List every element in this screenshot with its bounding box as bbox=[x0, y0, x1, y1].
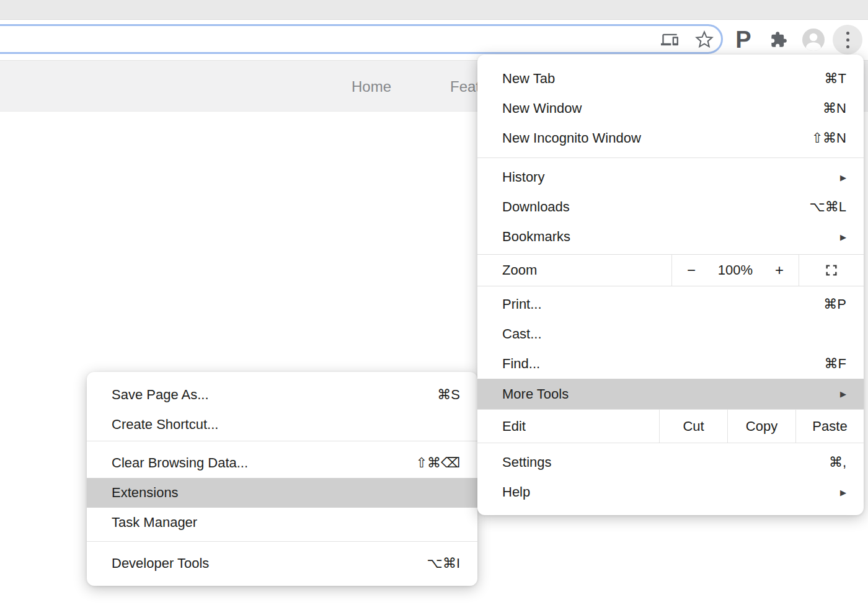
paste-button[interactable]: Paste bbox=[795, 410, 864, 443]
menu-item-new-tab[interactable]: New Tab ⌘T bbox=[477, 64, 864, 94]
menu-item-label: Settings bbox=[502, 454, 552, 470]
address-bar[interactable] bbox=[0, 24, 723, 54]
profile-avatar[interactable] bbox=[802, 29, 825, 51]
menu-item-shortcut: ⌘F bbox=[825, 356, 846, 372]
edit-row: Edit Cut Copy Paste bbox=[477, 409, 864, 443]
menu-item-create-shortcut[interactable]: Create Shortcut... bbox=[87, 410, 477, 439]
menu-item-shortcut: ⇧⌘N bbox=[812, 130, 846, 146]
menu-item-label: History bbox=[502, 169, 544, 185]
menu-item-label: Help bbox=[502, 484, 530, 500]
menu-item-new-incognito-window[interactable]: New Incognito Window ⇧⌘N bbox=[477, 123, 864, 153]
menu-item-label: Find... bbox=[502, 356, 540, 372]
submenu-arrow-icon: ▶ bbox=[840, 488, 846, 497]
menu-item-history[interactable]: History ▶ bbox=[477, 162, 864, 192]
more-tools-submenu: Save Page As... ⌘S Create Shortcut... Cl… bbox=[87, 372, 477, 586]
chrome-main-menu: New Tab ⌘T New Window ⌘N New Incognito W… bbox=[477, 55, 864, 515]
menu-divider bbox=[87, 441, 477, 441]
submenu-arrow-icon: ▶ bbox=[840, 232, 846, 242]
menu-item-label: Task Manager bbox=[112, 514, 197, 531]
menu-item-clear-browsing-data[interactable]: Clear Browsing Data... ⇧⌘⌫ bbox=[87, 448, 477, 478]
menu-item-shortcut: ⌥⌘L bbox=[809, 199, 846, 215]
submenu-arrow-icon: ▶ bbox=[840, 389, 846, 399]
menu-item-shortcut: ⌘S bbox=[437, 387, 460, 403]
nav-link-home[interactable]: Home bbox=[352, 78, 391, 95]
menu-item-more-tools[interactable]: More Tools ▶ bbox=[477, 379, 864, 409]
dot-icon bbox=[846, 32, 849, 35]
menu-item-task-manager[interactable]: Task Manager bbox=[87, 508, 477, 537]
menu-item-label: More Tools bbox=[502, 386, 569, 402]
menu-divider bbox=[87, 541, 477, 542]
menu-item-shortcut: ⇧⌘⌫ bbox=[415, 455, 460, 471]
zoom-level: 100% bbox=[718, 262, 753, 278]
menu-item-find[interactable]: Find... ⌘F bbox=[477, 349, 864, 379]
menu-item-label: Developer Tools bbox=[112, 555, 209, 572]
cut-button[interactable]: Cut bbox=[659, 410, 727, 443]
menu-item-shortcut: ⌘, bbox=[829, 454, 846, 470]
extensions-puzzle-icon[interactable] bbox=[769, 30, 789, 50]
submenu-arrow-icon: ▶ bbox=[840, 173, 846, 182]
menu-item-settings[interactable]: Settings ⌘, bbox=[477, 448, 864, 477]
menu-item-label: Print... bbox=[502, 296, 542, 312]
dot-icon bbox=[846, 38, 849, 42]
menu-item-save-page-as[interactable]: Save Page As... ⌘S bbox=[87, 380, 477, 410]
menu-divider bbox=[477, 157, 864, 158]
menu-item-print[interactable]: Print... ⌘P bbox=[477, 289, 864, 319]
tab-strip bbox=[0, 0, 868, 20]
menu-item-new-window[interactable]: New Window ⌘N bbox=[477, 94, 864, 123]
menu-item-label: Save Page As... bbox=[112, 387, 209, 403]
bookmark-star-icon[interactable] bbox=[693, 29, 715, 51]
menu-item-downloads[interactable]: Downloads ⌥⌘L bbox=[477, 192, 864, 222]
fullscreen-button[interactable] bbox=[799, 255, 864, 286]
zoom-controls: − 100% + bbox=[671, 255, 799, 286]
menu-item-label: Create Shortcut... bbox=[112, 417, 218, 433]
menu-item-label: Extensions bbox=[112, 485, 179, 501]
menu-item-label: Cast... bbox=[502, 326, 542, 342]
dot-icon bbox=[846, 45, 849, 48]
menu-item-extensions[interactable]: Extensions bbox=[87, 478, 477, 508]
extension-p-icon[interactable]: P bbox=[733, 25, 753, 55]
menu-item-help[interactable]: Help ▶ bbox=[477, 477, 864, 507]
menu-item-label: New Incognito Window bbox=[502, 130, 641, 146]
menu-item-bookmarks[interactable]: Bookmarks ▶ bbox=[477, 222, 864, 252]
menu-item-label: Bookmarks bbox=[502, 229, 570, 245]
menu-item-cast[interactable]: Cast... bbox=[477, 319, 864, 349]
zoom-in-button[interactable]: + bbox=[775, 262, 784, 279]
menu-item-shortcut: ⌘N bbox=[823, 100, 846, 117]
three-dot-menu-button[interactable] bbox=[833, 25, 862, 55]
menu-item-developer-tools[interactable]: Developer Tools ⌥⌘I bbox=[87, 549, 477, 578]
fullscreen-icon bbox=[825, 263, 838, 277]
menu-item-shortcut: ⌥⌘I bbox=[427, 555, 460, 572]
menu-item-label: Clear Browsing Data... bbox=[112, 455, 248, 471]
menu-item-label: New Tab bbox=[502, 71, 555, 87]
cast-devices-icon[interactable] bbox=[660, 30, 680, 50]
menu-item-label: New Window bbox=[502, 100, 582, 117]
edit-label: Edit bbox=[477, 410, 659, 443]
zoom-row: Zoom − 100% + bbox=[477, 254, 864, 286]
zoom-label: Zoom bbox=[477, 255, 671, 286]
copy-button[interactable]: Copy bbox=[727, 410, 795, 443]
menu-item-label: Downloads bbox=[502, 199, 570, 215]
menu-item-shortcut: ⌘T bbox=[825, 71, 846, 87]
zoom-out-button[interactable]: − bbox=[687, 262, 696, 279]
menu-item-shortcut: ⌘P bbox=[823, 296, 846, 312]
nav-link-features[interactable]: Feat bbox=[450, 78, 480, 95]
